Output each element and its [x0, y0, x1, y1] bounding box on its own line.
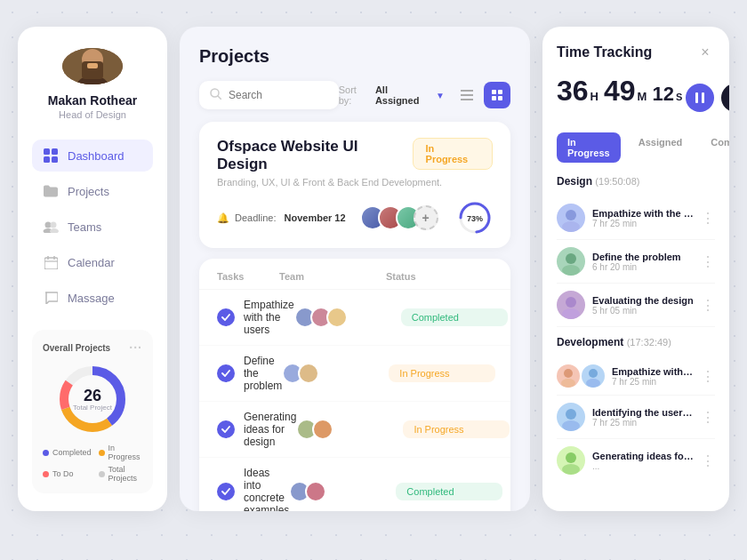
tt-task-avatar [557, 403, 585, 431]
list-view-button[interactable] [454, 82, 480, 108]
close-button[interactable]: × [695, 43, 715, 62]
team-avatar-add[interactable]: + [414, 205, 438, 230]
project-name: Ofspace Website UI Design [217, 138, 413, 173]
svg-rect-6 [52, 148, 58, 155]
task-name-cell: Generating ideas for design [217, 411, 296, 448]
deadline: 🔔 Deadline: November 12 [217, 212, 346, 224]
tt-task-info: Empathize with the users 7 hr 25 min [612, 366, 694, 387]
timer-display: 36 H 49 M 12 S [557, 75, 686, 108]
tt-tab-inprogress[interactable]: In Progress [557, 132, 621, 163]
check-icon [217, 308, 235, 326]
more-icon[interactable]: ⋮ [701, 452, 715, 469]
teams-icon [43, 219, 59, 235]
more-icon[interactable]: ⋮ [701, 253, 715, 270]
legend-dot-total [99, 471, 105, 477]
avatar-image [62, 48, 123, 84]
tt-section-design: Design (19:50:08) [557, 175, 715, 188]
sidebar-item-projects[interactable]: Projects [32, 175, 153, 207]
timer-controls [686, 84, 729, 112]
more-icon[interactable]: ⋮ [701, 297, 715, 314]
sidebar: Makan Rothear Head of Design Dashboard [18, 27, 167, 511]
tt-task-item[interactable]: Evaluating the design 5 hr 05 min ⋮ [557, 284, 715, 327]
tt-task-info: Generating ideas for de... ... [592, 451, 694, 471]
project-desc: Branding, UX, UI & Front & Back End Deve… [217, 177, 493, 188]
svg-point-10 [51, 222, 57, 228]
svg-rect-26 [492, 90, 496, 94]
sidebar-item-massage[interactable]: Massage [32, 282, 153, 314]
tt-task-item[interactable]: Identifying the user's needs 7 hr 25 min… [557, 396, 715, 439]
tt-task-info: Define the problem 6 hr 20 min [592, 252, 694, 272]
app-container: Makan Rothear Head of Design Dashboard [0, 0, 747, 560]
tt-task-item[interactable]: Generating ideas for de... ... ⋮ [557, 439, 715, 482]
project-meta: 🔔 Deadline: November 12 + 73% [217, 200, 493, 236]
tt-task-item[interactable]: Empathize with the users 7 hr 25 min ⋮ [557, 196, 715, 240]
progress-circle: 73% [457, 200, 493, 236]
tt-tab-assigned[interactable]: Assigned [628, 132, 694, 163]
tt-task-avatar [557, 204, 585, 232]
grid-view-button[interactable] [484, 82, 510, 108]
search-bar[interactable] [199, 81, 339, 109]
more-icon[interactable]: ⋮ [701, 210, 715, 227]
tasks-table: Tasks Team Status Empathize with the use… [199, 259, 510, 511]
chevron-down-icon: ▼ [436, 91, 445, 100]
legend-dot-todo [43, 471, 49, 477]
svg-point-39 [562, 265, 580, 276]
task-av [312, 419, 333, 440]
tt-tab-completed[interactable]: Completed [700, 132, 729, 163]
table-row[interactable]: Generating ideas for design In Progress [199, 402, 510, 458]
more-icon[interactable]: ⋮ [701, 368, 715, 385]
svg-point-47 [562, 420, 580, 431]
task-team-avatars [296, 419, 403, 440]
svg-point-42 [564, 369, 573, 378]
legend-inprogress: In Progress [99, 444, 142, 461]
pause-button[interactable] [686, 84, 714, 112]
search-input[interactable] [229, 89, 328, 101]
tt-task-item[interactable]: Define the problem 6 hr 20 min ⋮ [557, 240, 715, 284]
tt-title: Time Tracking [557, 44, 652, 60]
tt-task-info: Empathize with the users 7 hr 25 min [592, 208, 694, 228]
tt-task-avatar [557, 364, 580, 388]
more-icon[interactable]: ⋮ [701, 409, 715, 426]
svg-rect-13 [44, 258, 58, 269]
table-row[interactable]: Empathize with the users Completed [199, 290, 510, 346]
stop-button[interactable] [721, 84, 729, 112]
svg-rect-27 [498, 90, 502, 94]
tt-task-avatar [557, 291, 585, 319]
task-av [298, 363, 319, 384]
legend-dot-inprogress [99, 450, 105, 456]
sidebar-item-calendar[interactable]: Calendar [32, 246, 153, 278]
task-status-badge: In Progress [389, 364, 495, 382]
sidebar-item-teams[interactable]: Teams [32, 211, 153, 243]
svg-point-37 [562, 221, 580, 232]
legend-todo: To Do [43, 465, 92, 483]
table-row[interactable]: Ideas into concrete examples Completed [199, 458, 510, 511]
svg-point-41 [562, 308, 580, 319]
svg-point-40 [566, 297, 576, 308]
table-row[interactable]: Define the problem In Progress [199, 346, 510, 402]
tt-task-item[interactable]: Empathize with the users 7 hr 25 min ⋮ [557, 357, 715, 396]
tt-task-avatar [557, 446, 585, 475]
folder-icon [43, 183, 59, 199]
main-content: Projects Sort by: All Assigned ▼ [180, 27, 530, 511]
tt-task-avatar [582, 364, 605, 388]
deadline-icon: 🔔 [217, 212, 229, 224]
task-team-avatars [282, 363, 389, 384]
svg-point-43 [561, 379, 575, 388]
svg-rect-33 [695, 92, 698, 103]
avatar [62, 48, 123, 84]
overall-projects-card: Overall Projects ··· 26 Total Project [32, 330, 153, 493]
legend-completed: Completed [43, 444, 92, 461]
task-name-cell: Empathize with the users [217, 299, 294, 336]
svg-rect-34 [702, 92, 704, 103]
sidebar-item-dashboard[interactable]: Dashboard [32, 140, 153, 172]
svg-rect-28 [492, 96, 496, 100]
dashboard-icon [43, 148, 59, 164]
projects-title: Projects [199, 46, 269, 67]
tt-task-avatar [557, 247, 585, 276]
svg-point-45 [586, 379, 600, 388]
legend-dot-completed [43, 450, 49, 456]
svg-rect-4 [87, 63, 98, 68]
project-card: Ofspace Website UI Design In Progress Br… [199, 122, 510, 248]
tt-tabs: In Progress Assigned Completed [557, 132, 715, 163]
svg-point-46 [566, 409, 576, 420]
